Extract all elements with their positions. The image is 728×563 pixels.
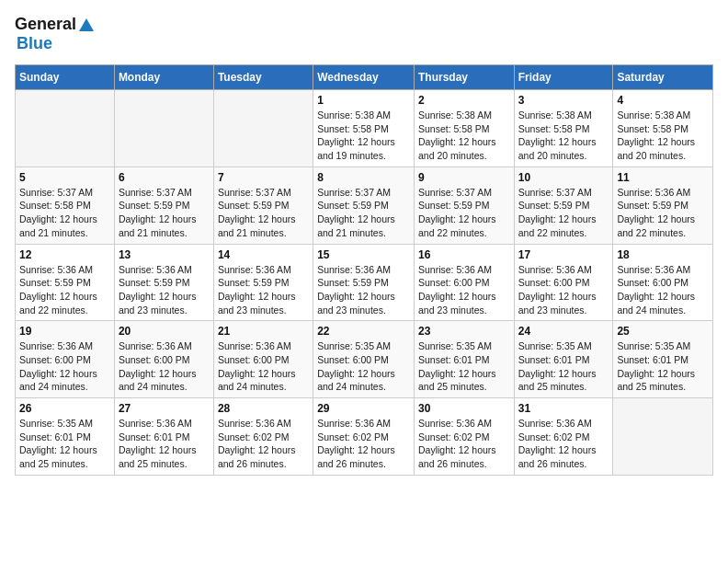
calendar-cell: 29Sunrise: 5:36 AMSunset: 6:02 PMDayligh… — [313, 398, 415, 476]
calendar-cell: 26Sunrise: 5:35 AMSunset: 6:01 PMDayligh… — [16, 398, 115, 476]
calendar-cell: 27Sunrise: 5:36 AMSunset: 6:01 PMDayligh… — [114, 398, 213, 476]
day-info: Sunrise: 5:36 AMSunset: 5:59 PMDaylight:… — [218, 263, 309, 317]
calendar-day-header: Saturday — [613, 65, 713, 90]
logo: General Blue — [15, 15, 95, 53]
calendar-week-row: 19Sunrise: 5:36 AMSunset: 6:00 PMDayligh… — [16, 321, 713, 398]
calendar-table: SundayMondayTuesdayWednesdayThursdayFrid… — [15, 64, 713, 476]
day-info: Sunrise: 5:36 AMSunset: 5:59 PMDaylight:… — [617, 186, 709, 240]
day-number: 28 — [218, 402, 309, 415]
calendar-cell: 25Sunrise: 5:35 AMSunset: 6:01 PMDayligh… — [613, 321, 713, 398]
day-info: Sunrise: 5:36 AMSunset: 6:02 PMDaylight:… — [218, 417, 309, 471]
day-info: Sunrise: 5:36 AMSunset: 6:01 PMDaylight:… — [119, 417, 210, 471]
svg-marker-0 — [79, 18, 94, 31]
day-info: Sunrise: 5:36 AMSunset: 6:00 PMDaylight:… — [617, 263, 709, 317]
day-info: Sunrise: 5:36 AMSunset: 6:00 PMDaylight:… — [19, 339, 110, 394]
day-number: 3 — [518, 94, 609, 107]
day-info: Sunrise: 5:36 AMSunset: 5:59 PMDaylight:… — [19, 263, 110, 317]
calendar-cell: 4Sunrise: 5:38 AMSunset: 5:58 PMDaylight… — [613, 90, 713, 167]
calendar-cell: 1Sunrise: 5:38 AMSunset: 5:58 PMDaylight… — [313, 90, 415, 167]
day-info: Sunrise: 5:37 AMSunset: 5:59 PMDaylight:… — [418, 186, 510, 240]
calendar-day-header: Monday — [114, 65, 213, 90]
day-number: 5 — [19, 171, 110, 184]
day-number: 13 — [119, 248, 210, 261]
calendar-day-header: Friday — [514, 65, 613, 90]
calendar-cell: 3Sunrise: 5:38 AMSunset: 5:58 PMDaylight… — [514, 90, 613, 167]
calendar-day-header: Wednesday — [313, 65, 415, 90]
calendar-week-row: 1Sunrise: 5:38 AMSunset: 5:58 PMDaylight… — [16, 90, 713, 167]
logo-general-text: General — [15, 15, 76, 34]
day-info: Sunrise: 5:36 AMSunset: 6:00 PMDaylight:… — [418, 263, 510, 317]
day-number: 16 — [418, 248, 510, 261]
day-info: Sunrise: 5:37 AMSunset: 5:59 PMDaylight:… — [518, 186, 609, 240]
calendar-cell: 23Sunrise: 5:35 AMSunset: 6:01 PMDayligh… — [414, 321, 514, 398]
day-info: Sunrise: 5:35 AMSunset: 6:01 PMDaylight:… — [19, 417, 110, 471]
calendar-cell: 22Sunrise: 5:35 AMSunset: 6:00 PMDayligh… — [313, 321, 415, 398]
calendar-cell: 19Sunrise: 5:36 AMSunset: 6:00 PMDayligh… — [16, 321, 115, 398]
day-info: Sunrise: 5:35 AMSunset: 6:00 PMDaylight:… — [317, 339, 410, 394]
day-info: Sunrise: 5:36 AMSunset: 6:00 PMDaylight:… — [518, 263, 609, 317]
day-number: 26 — [19, 402, 110, 415]
day-info: Sunrise: 5:37 AMSunset: 5:59 PMDaylight:… — [218, 186, 309, 240]
calendar-cell: 5Sunrise: 5:37 AMSunset: 5:58 PMDaylight… — [16, 167, 115, 244]
calendar-cell — [16, 90, 115, 167]
day-number: 27 — [119, 402, 210, 415]
day-number: 19 — [19, 325, 110, 338]
day-number: 4 — [617, 94, 709, 107]
day-info: Sunrise: 5:36 AMSunset: 5:59 PMDaylight:… — [119, 263, 210, 317]
page-header: General Blue — [15, 15, 713, 53]
calendar-cell: 30Sunrise: 5:36 AMSunset: 6:02 PMDayligh… — [414, 398, 514, 476]
day-info: Sunrise: 5:38 AMSunset: 5:58 PMDaylight:… — [518, 109, 609, 163]
day-number: 8 — [317, 171, 410, 184]
day-info: Sunrise: 5:37 AMSunset: 5:59 PMDaylight:… — [317, 186, 410, 240]
day-number: 9 — [418, 171, 510, 184]
day-number: 14 — [218, 248, 309, 261]
day-info: Sunrise: 5:37 AMSunset: 5:58 PMDaylight:… — [19, 186, 110, 240]
calendar-cell: 10Sunrise: 5:37 AMSunset: 5:59 PMDayligh… — [514, 167, 613, 244]
day-info: Sunrise: 5:35 AMSunset: 6:01 PMDaylight:… — [518, 339, 609, 394]
day-info: Sunrise: 5:38 AMSunset: 5:58 PMDaylight:… — [418, 109, 510, 163]
day-info: Sunrise: 5:36 AMSunset: 5:59 PMDaylight:… — [317, 263, 410, 317]
day-number: 6 — [119, 171, 210, 184]
calendar-day-header: Sunday — [16, 65, 115, 90]
calendar-cell — [213, 90, 313, 167]
day-info: Sunrise: 5:36 AMSunset: 6:02 PMDaylight:… — [518, 417, 609, 471]
day-number: 11 — [617, 171, 709, 184]
day-number: 24 — [518, 325, 609, 338]
calendar-cell: 11Sunrise: 5:36 AMSunset: 5:59 PMDayligh… — [613, 167, 713, 244]
calendar-cell: 2Sunrise: 5:38 AMSunset: 5:58 PMDaylight… — [414, 90, 514, 167]
calendar-cell: 21Sunrise: 5:36 AMSunset: 6:00 PMDayligh… — [213, 321, 313, 398]
calendar-cell: 24Sunrise: 5:35 AMSunset: 6:01 PMDayligh… — [514, 321, 613, 398]
calendar-week-row: 26Sunrise: 5:35 AMSunset: 6:01 PMDayligh… — [16, 398, 713, 476]
day-number: 23 — [418, 325, 510, 338]
calendar-cell: 17Sunrise: 5:36 AMSunset: 6:00 PMDayligh… — [514, 244, 613, 321]
calendar-cell: 9Sunrise: 5:37 AMSunset: 5:59 PMDaylight… — [414, 167, 514, 244]
day-info: Sunrise: 5:36 AMSunset: 6:02 PMDaylight:… — [317, 417, 410, 471]
calendar-cell: 31Sunrise: 5:36 AMSunset: 6:02 PMDayligh… — [514, 398, 613, 476]
day-number: 12 — [19, 248, 110, 261]
day-number: 18 — [617, 248, 709, 261]
calendar-cell: 6Sunrise: 5:37 AMSunset: 5:59 PMDaylight… — [114, 167, 213, 244]
day-info: Sunrise: 5:36 AMSunset: 6:00 PMDaylight:… — [119, 339, 210, 394]
day-number: 29 — [317, 402, 410, 415]
day-number: 17 — [518, 248, 609, 261]
day-number: 15 — [317, 248, 410, 261]
day-number: 25 — [617, 325, 709, 338]
calendar-cell: 8Sunrise: 5:37 AMSunset: 5:59 PMDaylight… — [313, 167, 415, 244]
day-number: 7 — [218, 171, 309, 184]
day-number: 30 — [418, 402, 510, 415]
day-number: 20 — [119, 325, 210, 338]
calendar-cell: 15Sunrise: 5:36 AMSunset: 5:59 PMDayligh… — [313, 244, 415, 321]
calendar-week-row: 12Sunrise: 5:36 AMSunset: 5:59 PMDayligh… — [16, 244, 713, 321]
day-info: Sunrise: 5:37 AMSunset: 5:59 PMDaylight:… — [119, 186, 210, 240]
day-number: 2 — [418, 94, 510, 107]
day-number: 21 — [218, 325, 309, 338]
day-info: Sunrise: 5:38 AMSunset: 5:58 PMDaylight:… — [317, 109, 410, 163]
calendar-week-row: 5Sunrise: 5:37 AMSunset: 5:58 PMDaylight… — [16, 167, 713, 244]
day-number: 31 — [518, 402, 609, 415]
day-info: Sunrise: 5:35 AMSunset: 6:01 PMDaylight:… — [617, 339, 709, 394]
calendar-header-row: SundayMondayTuesdayWednesdayThursdayFrid… — [16, 65, 713, 90]
day-number: 10 — [518, 171, 609, 184]
day-info: Sunrise: 5:38 AMSunset: 5:58 PMDaylight:… — [617, 109, 709, 163]
day-info: Sunrise: 5:35 AMSunset: 6:01 PMDaylight:… — [418, 339, 510, 394]
calendar-cell: 20Sunrise: 5:36 AMSunset: 6:00 PMDayligh… — [114, 321, 213, 398]
